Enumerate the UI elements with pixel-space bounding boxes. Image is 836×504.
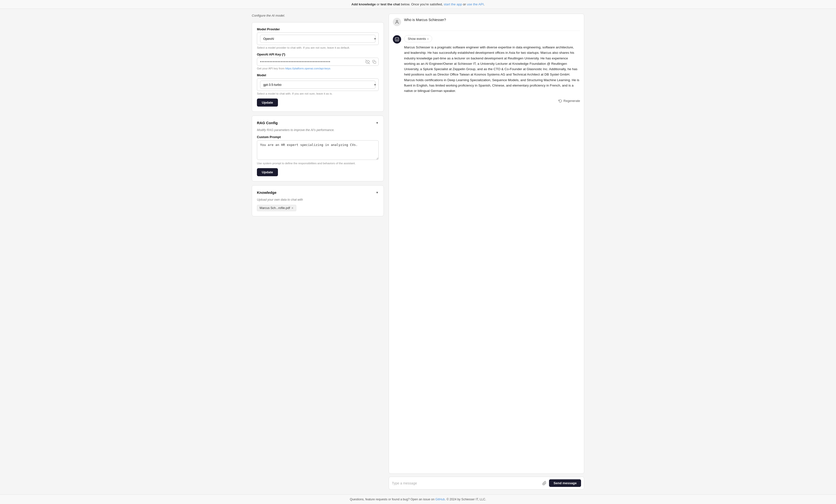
copy-button[interactable] bbox=[372, 59, 377, 64]
show-events-chevron-icon: › bbox=[427, 37, 428, 41]
knowledge-file-remove-button[interactable]: × bbox=[291, 206, 293, 210]
ai-message: Show events › Marcus Schiesser is a prag… bbox=[393, 35, 580, 94]
chat-container: Who is Marcus Schiesser? Show events bbox=[389, 14, 584, 474]
knowledge-collapse-icon[interactable]: ▼ bbox=[376, 191, 379, 194]
model-select-wrapper: gpt-3.5-turbogpt-4gpt-4o ▾ bbox=[257, 78, 379, 91]
model-provider-group: Model Provider OpenAIAnthropicOther ▾ Se… bbox=[257, 27, 379, 49]
model-help: Select a model to chat with. If you are … bbox=[257, 92, 379, 95]
paperclip-icon bbox=[542, 481, 547, 485]
toggle-visibility-button[interactable] bbox=[365, 59, 370, 64]
user-avatar bbox=[393, 18, 401, 26]
eye-slash-icon bbox=[365, 60, 370, 64]
ai-avatar bbox=[393, 35, 401, 43]
banner-mid: below. Once you're satisfied, bbox=[400, 2, 444, 6]
rag-config-subtitle: Modify RAG parameters to improve the AI'… bbox=[257, 128, 379, 132]
banner-test-chat: test the chat bbox=[381, 2, 400, 6]
custom-prompt-textarea[interactable]: You are an HR expert specializing in ana… bbox=[257, 140, 379, 160]
rag-update-button[interactable]: Update bbox=[257, 168, 278, 176]
knowledge-file-chip: Marcus Sch...rofile.pdf × bbox=[257, 205, 296, 211]
show-events-label: Show events bbox=[408, 37, 426, 41]
knowledge-file-name: Marcus Sch...rofile.pdf bbox=[260, 206, 290, 210]
api-key-label: OpenAI API Key (*) bbox=[257, 53, 379, 56]
left-panel: Configure the AI model. Model Provider O… bbox=[252, 14, 389, 489]
user-question: Who is Marcus Schiesser? bbox=[404, 18, 580, 22]
regenerate-label: Regenerate bbox=[564, 99, 580, 103]
regenerate-row: Regenerate bbox=[393, 99, 580, 103]
user-bubble: Who is Marcus Schiesser? bbox=[404, 18, 580, 22]
banner-or1: or bbox=[376, 2, 381, 6]
knowledge-card: Knowledge ▼ Upload your own data to chat… bbox=[252, 185, 384, 216]
model-config-card: Model Provider OpenAIAnthropicOther ▾ Se… bbox=[252, 22, 384, 112]
main-layout: Configure the AI model. Model Provider O… bbox=[247, 9, 589, 495]
ai-response-text: Marcus Schiesser is a pragmatic software… bbox=[404, 45, 580, 94]
model-provider-label: Model Provider bbox=[257, 27, 379, 31]
banner-text: Add knowledge or test the chat below. On… bbox=[351, 2, 484, 6]
model-provider-help: Select a model provider to chat with. If… bbox=[257, 46, 379, 49]
ai-bubble: Show events › Marcus Schiesser is a prag… bbox=[404, 35, 580, 94]
model-select[interactable]: gpt-3.5-turbogpt-4gpt-4o bbox=[260, 81, 376, 89]
ai-icon bbox=[395, 37, 399, 42]
svg-point-2 bbox=[396, 20, 398, 22]
footer-text: Questions, feature requests or found a b… bbox=[350, 498, 435, 501]
api-key-icons bbox=[365, 59, 377, 64]
api-key-input[interactable] bbox=[257, 58, 379, 66]
api-key-link[interactable]: https://platform.openai.com/api-keys bbox=[285, 67, 330, 70]
knowledge-title: Knowledge ▼ bbox=[257, 190, 379, 195]
attach-button[interactable] bbox=[542, 481, 547, 485]
knowledge-subtitle: Upload your own data to chat with bbox=[257, 198, 379, 201]
rag-config-title-text: RAG Config bbox=[257, 121, 278, 125]
config-header: Configure the AI model. bbox=[252, 14, 384, 17]
chat-input-row: Send message bbox=[389, 477, 584, 489]
model-label: Model bbox=[257, 73, 379, 77]
knowledge-title-text: Knowledge bbox=[257, 190, 277, 195]
svg-rect-3 bbox=[395, 38, 399, 41]
model-provider-select-wrapper: OpenAIAnthropicOther ▾ bbox=[257, 33, 379, 45]
show-events-button[interactable]: Show events › bbox=[404, 35, 432, 42]
model-provider-select[interactable]: OpenAIAnthropicOther bbox=[260, 35, 376, 43]
api-key-help: Get your API key from https://platform.o… bbox=[257, 67, 379, 70]
use-api-link[interactable]: use the API bbox=[467, 2, 484, 6]
copy-icon bbox=[372, 60, 376, 64]
custom-prompt-label: Custom Prompt bbox=[257, 135, 379, 139]
message-input[interactable] bbox=[392, 481, 540, 485]
github-link[interactable]: GitHub bbox=[435, 498, 445, 501]
footer-text-end: . © 2024 by Schiesser IT, LLC. bbox=[445, 498, 486, 501]
rag-collapse-icon[interactable]: ▼ bbox=[376, 121, 379, 125]
banner-end: . bbox=[484, 2, 485, 6]
rag-config-title: RAG Config ▼ bbox=[257, 121, 379, 125]
send-message-button[interactable]: Send message bbox=[549, 479, 581, 487]
start-app-link[interactable]: start the app bbox=[444, 2, 462, 6]
regenerate-button[interactable]: Regenerate bbox=[558, 99, 580, 103]
svg-rect-1 bbox=[374, 61, 376, 63]
footer: Questions, feature requests or found a b… bbox=[0, 495, 836, 504]
banner-or2: or bbox=[462, 2, 467, 6]
api-key-group: OpenAI API Key (*) bbox=[257, 53, 379, 70]
custom-prompt-help: Use system prompt to define the responsi… bbox=[257, 162, 379, 165]
model-group: Model gpt-3.5-turbogpt-4gpt-4o ▾ Select … bbox=[257, 73, 379, 95]
custom-prompt-group: Custom Prompt You are an HR expert speci… bbox=[257, 135, 379, 165]
rag-config-card: RAG Config ▼ Modify RAG parameters to im… bbox=[252, 116, 384, 181]
banner-add-knowledge: Add knowledge bbox=[351, 2, 376, 6]
api-key-input-wrapper bbox=[257, 58, 379, 66]
model-update-button[interactable]: Update bbox=[257, 98, 278, 106]
user-icon bbox=[395, 20, 399, 24]
top-banner: Add knowledge or test the chat below. On… bbox=[0, 0, 836, 9]
regenerate-icon bbox=[558, 99, 562, 103]
right-panel: Who is Marcus Schiesser? Show events bbox=[389, 14, 584, 489]
user-message: Who is Marcus Schiesser? bbox=[393, 18, 580, 26]
chat-divider-1 bbox=[393, 31, 580, 31]
